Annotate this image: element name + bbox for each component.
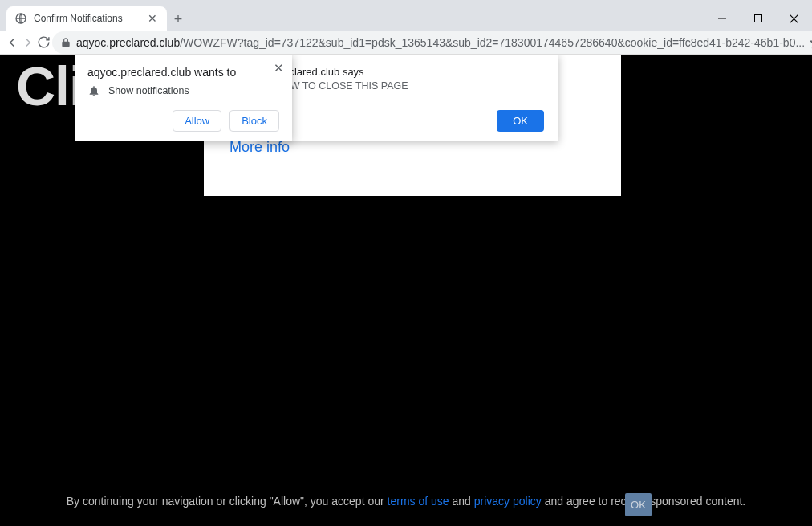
prompt-permission-label: Show notifications xyxy=(108,85,189,96)
alert-origin: .preclared.club says xyxy=(271,66,544,78)
globe-icon xyxy=(14,12,27,25)
forward-button[interactable] xyxy=(21,31,35,54)
prompt-close-icon[interactable]: ✕ xyxy=(274,61,284,75)
footer-and: and xyxy=(449,495,474,508)
url-path: /WOWZFW?tag_id=737122&sub_id1=pdsk_13651… xyxy=(180,36,805,49)
back-button[interactable] xyxy=(5,31,19,54)
window-controls xyxy=(704,6,812,31)
reload-button[interactable] xyxy=(37,31,51,54)
bell-icon xyxy=(87,84,100,97)
alert-ok-button[interactable]: OK xyxy=(497,110,544,132)
more-info-link[interactable]: More info xyxy=(229,139,290,156)
alert-message: LLOW TO CLOSE THIS PAGE xyxy=(271,80,544,92)
url-host: aqyoc.preclared.club xyxy=(76,36,180,49)
page-content: Cli ck "Allow" to confirm that yo u are … xyxy=(0,55,812,526)
heading-left: Cli xyxy=(16,55,83,116)
notification-permission-prompt: ✕ aqyoc.preclared.club wants to Show not… xyxy=(75,55,292,141)
browser-tab[interactable]: Confirm Notifications ✕ xyxy=(6,6,167,31)
privacy-link[interactable]: privacy policy xyxy=(474,495,542,508)
tab-title: Confirm Notifications xyxy=(34,13,140,24)
terms-link[interactable]: terms of use xyxy=(388,495,449,508)
block-button[interactable]: Block xyxy=(229,110,279,132)
titlebar xyxy=(0,0,812,6)
new-tab-button[interactable]: + xyxy=(167,8,189,31)
javascript-alert: .preclared.club says LLOW TO CLOSE THIS … xyxy=(257,55,558,141)
address-bar[interactable]: aqyoc.preclared.club/WOWZFW?tag_id=73712… xyxy=(52,31,812,54)
browser-toolbar: aqyoc.preclared.club/WOWZFW?tag_id=73712… xyxy=(0,31,812,55)
allow-button[interactable]: Allow xyxy=(173,110,221,132)
footer-ok-button[interactable]: OK xyxy=(625,493,652,516)
url-text: aqyoc.preclared.club/WOWZFW?tag_id=73712… xyxy=(76,36,805,49)
maximize-button[interactable] xyxy=(740,6,776,31)
lock-icon xyxy=(60,37,71,48)
close-window-button[interactable] xyxy=(776,6,812,31)
prompt-title: aqyoc.preclared.club wants to xyxy=(87,66,279,79)
footer-text-1: By continuing your navigation or clickin… xyxy=(67,495,388,508)
minimize-button[interactable] xyxy=(704,6,740,31)
consent-footer: By continuing your navigation or clickin… xyxy=(0,494,812,510)
tab-strip: Confirm Notifications ✕ + xyxy=(0,6,812,31)
svg-rect-2 xyxy=(754,15,761,22)
tab-close-icon[interactable]: ✕ xyxy=(146,12,159,25)
